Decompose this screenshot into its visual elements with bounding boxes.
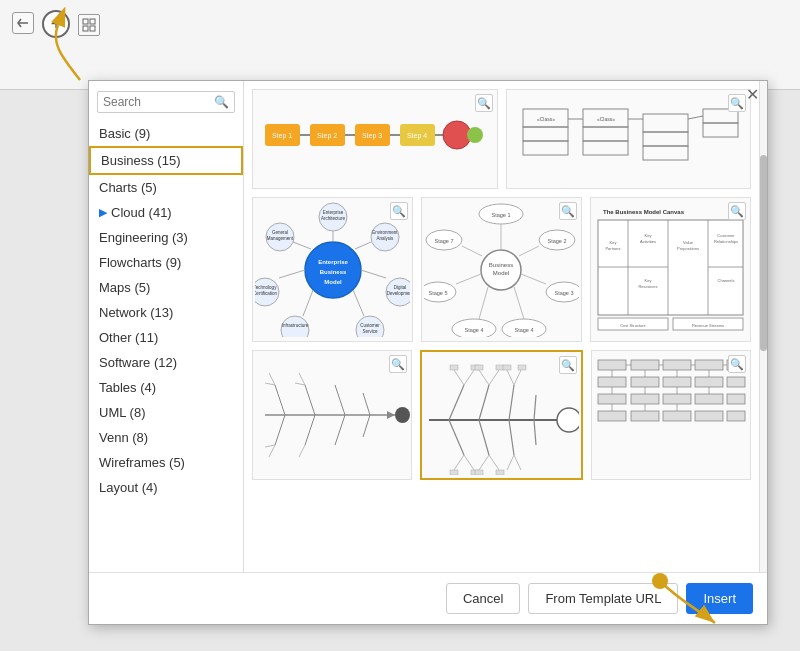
- svg-text:Model: Model: [493, 270, 509, 276]
- sidebar-item-venn[interactable]: Venn (8): [89, 425, 243, 450]
- svg-line-128: [299, 445, 305, 457]
- sidebar-item-layout[interactable]: Layout (4): [89, 475, 243, 500]
- svg-rect-22: [523, 141, 568, 155]
- svg-line-146: [514, 370, 521, 385]
- svg-text:Environment: Environment: [372, 230, 398, 235]
- svg-text:«Class»: «Class»: [597, 116, 615, 122]
- svg-rect-178: [598, 411, 626, 421]
- search-box[interactable]: 🔍: [97, 91, 235, 113]
- svg-line-85: [519, 246, 539, 256]
- sidebar-item-charts[interactable]: Charts (5): [89, 175, 243, 200]
- svg-line-121: [363, 415, 370, 437]
- svg-line-141: [454, 370, 464, 385]
- zoom-button-6[interactable]: 🔍: [389, 355, 407, 373]
- svg-point-132: [557, 408, 579, 432]
- svg-rect-163: [598, 360, 626, 370]
- zoom-button-2[interactable]: 🔍: [728, 94, 746, 112]
- zoom-button[interactable]: 🔍: [475, 94, 493, 112]
- svg-text:Business: Business: [489, 262, 513, 268]
- fishbone-center-preview: [424, 355, 579, 475]
- fishbone-left-preview: [255, 355, 410, 475]
- dialog-footer: Cancel From Template URL Insert: [89, 572, 767, 624]
- template-cell-uml[interactable]: 🔍: [506, 89, 752, 189]
- template-cell-fishbone-center[interactable]: 🔍: [420, 350, 582, 480]
- svg-line-140: [534, 420, 536, 445]
- grid-button[interactable]: [78, 14, 100, 36]
- process-flow-preview: Step 1 Step 2 Step 3 Step 4: [260, 99, 490, 179]
- svg-rect-153: [450, 365, 458, 370]
- svg-rect-157: [503, 365, 511, 370]
- sidebar-item-software[interactable]: Software (12): [89, 350, 243, 375]
- template-cell-network[interactable]: 🔍: [591, 350, 751, 480]
- svg-rect-30: [703, 123, 738, 137]
- svg-line-137: [449, 420, 464, 455]
- svg-line-119: [305, 415, 315, 445]
- svg-rect-176: [695, 394, 723, 404]
- svg-rect-171: [695, 377, 723, 387]
- template-cell-enterprise[interactable]: 🔍 Enterprise Business Model Enterprise A…: [252, 197, 413, 342]
- template-cell-fishbone-left[interactable]: 🔍: [252, 350, 412, 480]
- close-button[interactable]: ✕: [746, 87, 759, 103]
- sidebar-item-uml[interactable]: UML (8): [89, 400, 243, 425]
- svg-line-118: [275, 415, 285, 445]
- template-cell-process-flow[interactable]: 🔍 Step 1 Step 2: [252, 89, 498, 189]
- svg-text:Stage 1: Stage 1: [492, 212, 511, 218]
- svg-line-63: [353, 290, 364, 316]
- insert-button[interactable]: Insert: [686, 583, 753, 614]
- svg-line-123: [265, 383, 275, 385]
- cloud-icon: ▶: [99, 206, 107, 219]
- svg-rect-179: [631, 411, 659, 421]
- sidebar-item-wireframes[interactable]: Wireframes (5): [89, 450, 243, 475]
- svg-rect-161: [475, 470, 483, 475]
- svg-line-133: [449, 385, 464, 420]
- sidebar-item-business[interactable]: Business (15): [89, 146, 243, 175]
- svg-text:Enterprise: Enterprise: [323, 210, 344, 215]
- sidebar-item-network[interactable]: Network (13): [89, 300, 243, 325]
- toolbar: +: [0, 0, 800, 90]
- svg-rect-170: [663, 377, 691, 387]
- sidebar-item-maps[interactable]: Maps (5): [89, 275, 243, 300]
- svg-rect-159: [450, 470, 458, 475]
- template-cell-stages[interactable]: 🔍 Business Model Stage 1 Stage 2 Stage 3: [421, 197, 582, 342]
- sidebar-item-engineering[interactable]: Engineering (3): [89, 225, 243, 250]
- sidebar-item-tables[interactable]: Tables (4): [89, 375, 243, 400]
- zoom-button-4[interactable]: 🔍: [559, 202, 577, 220]
- svg-line-120: [335, 415, 345, 445]
- template-row-1: 🔍 Step 1 Step 2: [252, 89, 751, 189]
- zoom-button-5[interactable]: 🔍: [728, 202, 746, 220]
- svg-rect-130: [395, 407, 410, 423]
- uml-preview: «Class» «Class»: [513, 99, 743, 179]
- zoom-button-3[interactable]: 🔍: [390, 202, 408, 220]
- svg-rect-28: [643, 146, 688, 160]
- svg-point-10: [443, 121, 471, 149]
- svg-line-61: [355, 242, 371, 249]
- svg-text:Stage 7: Stage 7: [435, 238, 454, 244]
- svg-text:General: General: [272, 230, 288, 235]
- sidebar-item-basic[interactable]: Basic (9): [89, 121, 243, 146]
- cancel-button[interactable]: Cancel: [446, 583, 520, 614]
- svg-line-148: [464, 455, 474, 470]
- search-input[interactable]: [103, 95, 214, 109]
- svg-line-144: [489, 370, 499, 385]
- svg-rect-3: [83, 26, 88, 31]
- back-icon[interactable]: [12, 12, 34, 34]
- template-cell-canvas[interactable]: 🔍 The Business Model Canvas Key Partners: [590, 197, 751, 342]
- scroll-thumb[interactable]: [760, 155, 767, 351]
- svg-rect-174: [631, 394, 659, 404]
- scrollbar[interactable]: [759, 81, 767, 572]
- svg-line-114: [275, 385, 285, 415]
- svg-text:Value: Value: [683, 240, 694, 245]
- svg-line-86: [521, 274, 546, 284]
- template-url-button[interactable]: From Template URL: [528, 583, 678, 614]
- sidebar-item-cloud[interactable]: ▶ Cloud (41): [89, 200, 243, 225]
- sidebar-item-other[interactable]: Other (11): [89, 325, 243, 350]
- svg-line-64: [303, 290, 313, 316]
- add-button[interactable]: +: [42, 10, 70, 38]
- svg-line-117: [363, 393, 370, 415]
- svg-rect-4: [90, 26, 95, 31]
- zoom-button-8[interactable]: 🔍: [728, 355, 746, 373]
- svg-text:Activities: Activities: [640, 239, 656, 244]
- svg-line-136: [534, 395, 536, 420]
- zoom-button-7[interactable]: 🔍: [559, 356, 577, 374]
- sidebar-item-flowcharts[interactable]: Flowcharts (9): [89, 250, 243, 275]
